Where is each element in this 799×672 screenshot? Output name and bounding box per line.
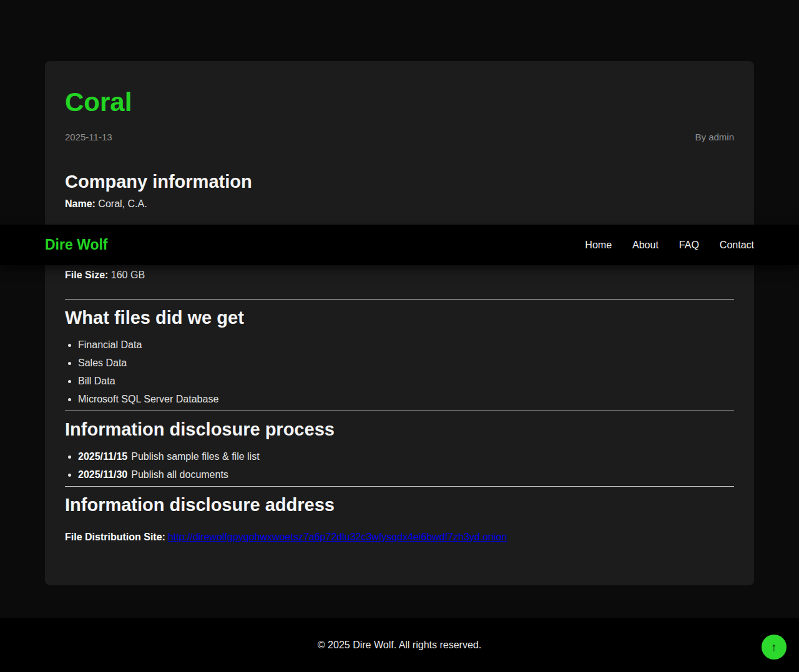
process-list-item: 2025/11/15Publish sample files & file li… <box>78 450 734 463</box>
footer: © 2025 Dire Wolf. All rights reserved. <box>0 618 799 672</box>
post-card: Coral 2025-11-13 By admin Company inform… <box>45 61 754 585</box>
section-divider <box>65 486 734 487</box>
post-meta: 2025-11-13 By admin <box>65 132 734 142</box>
process-list-item: 2025/11/30Publish all documents <box>78 468 734 481</box>
process-list: 2025/11/15Publish sample files & file li… <box>65 450 734 481</box>
nav-link-item: Contact <box>720 240 754 251</box>
info-label: File Size: <box>65 270 108 280</box>
file-list-item: Sales Data <box>78 356 734 369</box>
post-title: Coral <box>65 89 734 115</box>
files-list: Financial Data Sales Data Bill Data Micr… <box>65 338 734 406</box>
scroll-to-top-button[interactable]: ↑ <box>762 635 787 660</box>
nav-link[interactable]: About <box>632 240 659 250</box>
copyright-text: © 2025 Dire Wolf. All rights reserved. <box>318 640 481 651</box>
nav-bar: Dire Wolf Home About FAQ Contact <box>0 225 799 265</box>
company-info-heading: Company information <box>65 172 734 192</box>
nav-brand[interactable]: Dire Wolf <box>45 236 108 253</box>
info-label: Name: <box>65 198 96 209</box>
process-text: Publish all documents <box>131 469 228 480</box>
process-text: Publish sample files & file list <box>131 451 259 462</box>
post-author: By admin <box>695 132 734 142</box>
info-value: 160 GB <box>111 270 145 280</box>
nav-link[interactable]: FAQ <box>679 240 699 250</box>
nav-link-item: FAQ <box>679 240 699 251</box>
address-label: File Distribution Site: <box>65 532 165 542</box>
nav-link-item: Home <box>585 240 612 251</box>
address-heading: Information disclosure address <box>65 495 734 515</box>
file-list-item: Microsoft SQL Server Database <box>78 392 734 406</box>
onion-link[interactable]: http://direwolfgpyqohwxwoetsz7a6p72dlu32… <box>168 532 507 542</box>
section-divider <box>65 299 734 299</box>
info-row-name: Name: Coral, C.A. <box>65 197 734 210</box>
info-value: Coral, C.A. <box>98 198 147 209</box>
section-divider <box>65 411 734 411</box>
nav-link[interactable]: Contact <box>720 240 754 250</box>
nav-link-item: About <box>632 240 659 251</box>
nav-link[interactable]: Home <box>585 240 612 250</box>
info-row-file-size: File Size: 160 GB <box>65 268 734 281</box>
nav-links: Home About FAQ Contact <box>585 240 754 251</box>
files-heading: What files did we get <box>65 308 734 328</box>
process-heading: Information disclosure process <box>65 420 734 440</box>
arrow-up-icon: ↑ <box>771 641 777 653</box>
file-distribution-row: File Distribution Site:http://direwolfgp… <box>65 530 734 543</box>
post-date: 2025-11-13 <box>65 132 112 142</box>
process-date: 2025/11/15 <box>78 451 127 462</box>
file-list-item: Bill Data <box>78 374 734 387</box>
process-date: 2025/11/30 <box>78 469 127 480</box>
file-list-item: Financial Data <box>78 338 734 351</box>
